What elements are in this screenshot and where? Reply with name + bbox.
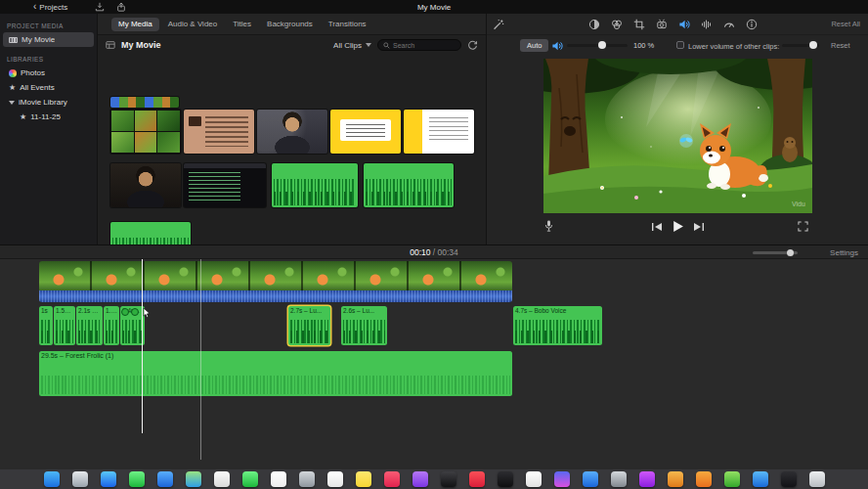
- lower-volume-checkbox[interactable]: [676, 41, 684, 49]
- dock-icon-contacts[interactable]: [299, 471, 315, 487]
- audio-clip[interactable]: 2.6s – Lu...: [341, 306, 387, 345]
- loop-playback-icon[interactable]: [467, 40, 478, 51]
- play-button[interactable]: [672, 220, 684, 233]
- dock-icon-facetime[interactable]: [242, 471, 258, 487]
- sidebar-item-my-movie[interactable]: My Movie: [3, 32, 94, 47]
- dock-icon-music[interactable]: [384, 471, 400, 487]
- dock-icon-maps[interactable]: [186, 471, 201, 487]
- ducking-slider[interactable]: [782, 44, 819, 47]
- volume-slider-knob[interactable]: [598, 41, 606, 49]
- dock-icon-news[interactable]: [469, 471, 485, 487]
- music-clip[interactable]: 29.5s – Forest Frolic (1): [39, 351, 512, 396]
- dock-icon-numbers[interactable]: [724, 471, 740, 487]
- crop-icon[interactable]: [633, 19, 645, 30]
- media-thumbnail-slide-yellow[interactable]: [330, 110, 401, 154]
- dock-icon-settings[interactable]: [611, 471, 627, 487]
- dock-icon-trash[interactable]: [809, 471, 825, 487]
- dock-icon-stocks[interactable]: [498, 471, 513, 487]
- sidebar-item-photos[interactable]: Photos: [3, 66, 94, 80]
- audio-waveform: [122, 320, 143, 343]
- dock-icon-safari[interactable]: [101, 471, 116, 487]
- color-correction-icon[interactable]: [611, 19, 623, 30]
- next-frame-button[interactable]: [693, 222, 705, 232]
- dock-icon-calendar[interactable]: [271, 471, 286, 487]
- browser-header: My Movie All Clips: [98, 35, 486, 55]
- audio-clip[interactable]: 1.5s –...: [54, 306, 75, 345]
- dock-icon-terminal[interactable]: [781, 471, 797, 487]
- media-tabs: My MediaAudio & VideoTitlesBackgroundsTr…: [98, 14, 486, 35]
- media-thumbnail-slide-white[interactable]: [404, 110, 474, 154]
- auto-button[interactable]: Auto: [520, 39, 548, 52]
- timeline-zoom-slider[interactable]: [753, 251, 798, 254]
- dock-icon-garageband[interactable]: [668, 471, 683, 487]
- dock-icon-tv[interactable]: [441, 471, 456, 487]
- dock-icon-app-store[interactable]: [583, 471, 598, 487]
- clip-info-icon[interactable]: [746, 19, 758, 30]
- enhance-wand-icon[interactable]: [493, 19, 504, 30]
- media-thumbnail-webcam-light[interactable]: [257, 110, 327, 154]
- media-thumbnail-webcam-dark[interactable]: [110, 163, 181, 207]
- media-thumbnail-ministrip[interactable]: [110, 97, 179, 108]
- dock-icon-reminders[interactable]: [327, 471, 343, 487]
- volume-percentage: 100 %: [633, 41, 654, 50]
- timeline-zoom-knob[interactable]: [787, 249, 794, 256]
- dock-icon-launchpad[interactable]: [72, 471, 88, 487]
- audio-clip[interactable]: 2.1s – L...: [76, 306, 103, 345]
- dock-icon-messages[interactable]: [129, 471, 145, 487]
- search-input[interactable]: [393, 42, 456, 49]
- fullscreen-icon[interactable]: [798, 221, 808, 232]
- sidebar-item-label: 11-11-25: [30, 112, 61, 121]
- sidebar-item-imovie-library[interactable]: iMovie Library: [3, 95, 94, 110]
- settings-button[interactable]: Settings: [830, 248, 858, 257]
- sidebar-library-items: Photos★All EventsiMovie Library★11-11-25: [0, 66, 97, 124]
- tab-titles[interactable]: Titles: [226, 18, 258, 31]
- playhead[interactable]: [142, 259, 143, 433]
- audio-waveform: [122, 331, 143, 343]
- appearance-icon[interactable]: [106, 40, 115, 50]
- dock-icon-podcasts[interactable]: [412, 471, 428, 487]
- audio-clip-label: 1.5s –...: [54, 306, 75, 315]
- dock-icon-finder[interactable]: [44, 471, 60, 487]
- audio-clip[interactable]: 1s: [39, 306, 53, 345]
- video-clip-filmstrip[interactable]: [39, 261, 512, 290]
- media-thumbnail-audio[interactable]: [272, 163, 358, 207]
- dock-icon-photos[interactable]: [214, 471, 230, 487]
- tab-my-media[interactable]: My Media: [111, 18, 159, 31]
- volume-slider[interactable]: [567, 44, 628, 47]
- audio-clip[interactable]: 4.7s – Bobo Voice: [513, 306, 602, 345]
- sidebar-item-11-11-25[interactable]: ★11-11-25: [3, 110, 94, 124]
- noise-reduction-icon[interactable]: [701, 19, 713, 30]
- sidebar-item-all-events[interactable]: ★All Events: [3, 80, 94, 95]
- audio-clip[interactable]: 2.7s – Lu...: [288, 306, 330, 345]
- tab-audio-video[interactable]: Audio & Video: [161, 18, 225, 31]
- dock-icon-shortcuts[interactable]: [554, 471, 570, 487]
- stabilization-icon[interactable]: [656, 19, 668, 30]
- voiceover-mic-icon[interactable]: [543, 219, 554, 233]
- search-icon: [383, 42, 390, 49]
- speed-icon[interactable]: [723, 19, 735, 30]
- video-clip-audio-waveform[interactable]: [39, 290, 512, 302]
- dock-icon-pages[interactable]: [696, 471, 712, 487]
- volume-icon[interactable]: [678, 19, 690, 30]
- media-thumbnail-doc[interactable]: [184, 110, 254, 154]
- media-thumbnail-audio[interactable]: [364, 163, 454, 207]
- star-icon: ★: [9, 84, 16, 92]
- color-balance-icon[interactable]: [588, 19, 600, 30]
- media-thumbnail-filmgrid[interactable]: [110, 110, 181, 154]
- reset-all-button[interactable]: Reset All: [831, 20, 860, 28]
- reset-button[interactable]: Reset: [831, 41, 850, 50]
- dock-icon-mail[interactable]: [157, 471, 173, 487]
- all-clips-dropdown[interactable]: All Clips: [333, 41, 371, 50]
- previous-frame-button[interactable]: [651, 222, 663, 232]
- ducking-slider-knob[interactable]: [809, 41, 817, 49]
- media-thumbnail-terminal[interactable]: [184, 163, 266, 207]
- timecode-total: / 00:34: [433, 247, 458, 257]
- search-field[interactable]: [377, 39, 461, 51]
- dock-icon-keynote[interactable]: [753, 471, 768, 487]
- dock-icon-notes[interactable]: [356, 471, 371, 487]
- tab-backgrounds[interactable]: Backgrounds: [260, 18, 320, 31]
- dock-icon-imovie[interactable]: [639, 471, 655, 487]
- dock-icon-freeform[interactable]: [526, 471, 542, 487]
- audio-clip[interactable]: 1.2...: [104, 306, 119, 345]
- tab-transitions[interactable]: Transitions: [322, 18, 373, 31]
